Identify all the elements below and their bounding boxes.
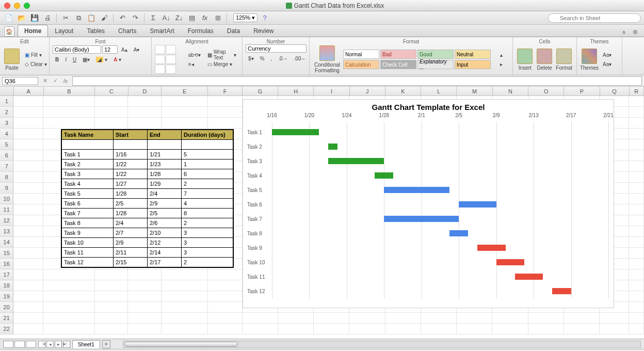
table-cell[interactable]: 1/23 <box>148 159 182 169</box>
col-header-E[interactable]: E <box>162 87 208 95</box>
bold-button[interactable]: B <box>53 55 61 63</box>
row-header-19[interactable]: 19 <box>0 291 13 302</box>
col-header-L[interactable]: L <box>421 87 457 95</box>
orientation-button[interactable]: ab⟲▾ <box>186 51 203 59</box>
table-cell[interactable]: 1/16 <box>114 150 148 159</box>
table-cell[interactable]: Task 12 <box>62 258 114 267</box>
table-cell[interactable]: Task 9 <box>62 228 114 238</box>
row-header-7[interactable]: 7 <box>0 161 13 172</box>
paste-button[interactable]: Paste <box>3 47 21 72</box>
decrease-decimal-icon[interactable]: .00← <box>292 54 309 62</box>
tab-tables[interactable]: Tables <box>80 25 111 37</box>
col-header-P[interactable]: P <box>564 87 600 95</box>
redo-icon[interactable]: ↷ <box>130 13 141 23</box>
font-color-button[interactable]: A▾ <box>111 55 124 63</box>
fill-color-button[interactable]: ◢▾ <box>93 55 110 63</box>
table-cell[interactable]: 1/28 <box>114 189 148 199</box>
function-icon[interactable]: fx <box>199 13 211 23</box>
table-cell[interactable]: 1/21 <box>148 150 182 159</box>
conditional-formatting-button[interactable]: Conditional Formatting <box>313 44 342 74</box>
indent-left-button[interactable]: ≡◂ <box>186 60 203 68</box>
sheet-nav-buttons[interactable]: ⎹◂◂▸▸⎸ <box>38 341 70 348</box>
table-cell[interactable]: 5 <box>182 150 233 159</box>
help-icon[interactable]: ? <box>259 13 270 23</box>
currency-icon[interactable]: $▾ <box>246 54 256 62</box>
table-cell[interactable]: 2/5 <box>114 199 148 209</box>
table-cell[interactable]: 2/11 <box>114 248 148 258</box>
row-header-16[interactable]: 16 <box>0 259 13 269</box>
table-cell[interactable]: 3 <box>182 248 233 258</box>
table-cell[interactable]: 7 <box>182 189 233 199</box>
table-cell[interactable]: 1 <box>182 159 233 169</box>
row-header-20[interactable]: 20 <box>0 302 13 313</box>
delete-cells-button[interactable]: Delete <box>536 47 554 72</box>
fx-icon[interactable]: fx <box>61 76 70 86</box>
col-header-M[interactable]: M <box>457 87 492 95</box>
table-cell[interactable]: 2/9 <box>114 238 148 248</box>
font-size-select[interactable]: 12 <box>102 45 118 54</box>
col-header-F[interactable]: F <box>208 87 242 95</box>
table-cell[interactable]: Task 6 <box>62 199 114 209</box>
horizontal-scrollbar[interactable] <box>123 341 641 348</box>
number-format-select[interactable]: Currency <box>246 44 307 53</box>
merge-button[interactable]: ▭ Merge ▾ <box>205 60 239 68</box>
theme-colors-button[interactable]: Aa▾ <box>600 60 614 68</box>
table-cell[interactable]: 2 <box>182 179 233 189</box>
comma-icon[interactable]: , <box>268 54 275 62</box>
format-painter-icon[interactable]: 🖌 <box>99 13 110 23</box>
table-cell[interactable]: 2/4 <box>114 218 148 228</box>
table-cell[interactable]: 2 <box>182 258 233 267</box>
table-cell[interactable]: 2/15 <box>114 258 148 267</box>
tab-charts[interactable]: Charts <box>111 25 143 37</box>
row-header-11[interactable]: 11 <box>0 204 13 215</box>
table-cell[interactable]: 3 <box>182 228 233 238</box>
col-header-O[interactable]: O <box>528 87 564 95</box>
row-header-12[interactable]: 12 <box>0 215 13 226</box>
style-input[interactable]: Input <box>455 60 491 69</box>
sheet-tab-active[interactable]: Sheet1 <box>72 340 100 348</box>
row-header-5[interactable]: 5 <box>0 139 13 150</box>
style-scroll[interactable]: ▴▸ <box>497 51 505 68</box>
col-header-J[interactable]: J <box>350 87 385 95</box>
open-icon[interactable]: 📂 <box>16 13 27 23</box>
table-cell[interactable]: Task 2 <box>62 159 114 169</box>
row-header-17[interactable]: 17 <box>0 269 13 280</box>
table-cell[interactable]: 4 <box>182 199 233 209</box>
style-calculation[interactable]: Calculation <box>343 60 379 69</box>
gear-icon[interactable]: ⚙ <box>631 27 640 37</box>
maximize-window-button[interactable] <box>24 3 30 9</box>
table-cell[interactable]: Task 5 <box>62 189 114 199</box>
new-doc-icon[interactable]: 📄 <box>3 13 14 23</box>
view-mode-buttons[interactable] <box>3 341 36 348</box>
col-header-A[interactable]: A <box>14 87 44 95</box>
table-cell[interactable]: 2/12 <box>148 238 182 248</box>
tab-data[interactable]: Data <box>220 25 247 37</box>
show-formulas-icon[interactable]: ⊞ <box>212 13 223 23</box>
close-window-button[interactable] <box>4 3 10 9</box>
table-cell[interactable]: Task 7 <box>62 209 114 218</box>
table-cell[interactable]: Task 10 <box>62 238 114 248</box>
table-cell[interactable]: 6 <box>182 169 233 179</box>
increase-decimal-icon[interactable]: .0→ <box>276 54 290 62</box>
style-normal[interactable]: Normal <box>343 50 379 59</box>
table-cell[interactable]: 2/10 <box>148 228 182 238</box>
style-neutral[interactable]: Neutral <box>455 50 491 59</box>
col-header-I[interactable]: I <box>314 87 349 95</box>
table-cell[interactable]: 2 <box>182 218 233 228</box>
border-button[interactable]: ▦▾ <box>80 55 92 63</box>
table-cell[interactable]: 2/6 <box>148 218 182 228</box>
row-header-15[interactable]: 15 <box>0 248 13 259</box>
tab-home[interactable]: Home <box>18 25 48 37</box>
table-cell[interactable]: Task 4 <box>62 179 114 189</box>
print-icon[interactable]: 🖨 <box>42 13 53 23</box>
col-header-G[interactable]: G <box>243 87 278 95</box>
table-cell[interactable]: 2/5 <box>148 209 182 218</box>
row-header-21[interactable]: 21 <box>0 313 13 324</box>
italic-button[interactable]: I <box>62 55 69 63</box>
table-cell[interactable]: 3 <box>182 238 233 248</box>
style-explanatory-[interactable]: Explanatory ... <box>417 60 454 69</box>
zoom-dropdown[interactable]: 125% ▾ <box>233 13 257 22</box>
name-box[interactable] <box>2 77 38 85</box>
enter-formula-icon[interactable]: ✓ <box>51 76 60 86</box>
style-check-cell[interactable]: Check Cell <box>380 60 416 69</box>
